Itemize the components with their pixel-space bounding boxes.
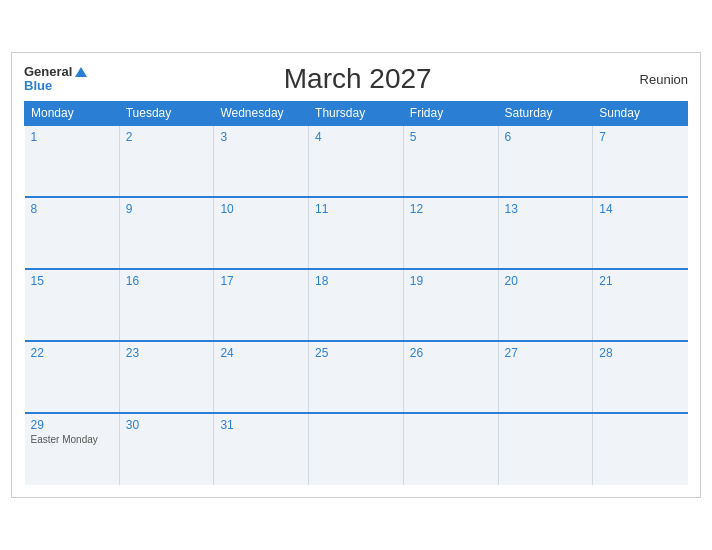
logo: General Blue [24, 65, 87, 94]
day-number: 24 [220, 346, 302, 360]
col-monday: Monday [25, 102, 120, 126]
day-number: 31 [220, 418, 302, 432]
day-cell: 8 [25, 197, 120, 269]
day-cell: 27 [498, 341, 593, 413]
day-cell: 1 [25, 125, 120, 197]
week-row-4: 22232425262728 [25, 341, 688, 413]
week-row-5: 29Easter Monday3031 [25, 413, 688, 485]
col-tuesday: Tuesday [119, 102, 214, 126]
day-number: 23 [126, 346, 208, 360]
day-number: 29 [31, 418, 113, 432]
col-wednesday: Wednesday [214, 102, 309, 126]
days-of-week-row: Monday Tuesday Wednesday Thursday Friday… [25, 102, 688, 126]
day-number: 26 [410, 346, 492, 360]
day-number: 2 [126, 130, 208, 144]
day-number: 30 [126, 418, 208, 432]
day-cell: 7 [593, 125, 688, 197]
day-cell: 22 [25, 341, 120, 413]
day-number: 15 [31, 274, 113, 288]
day-cell: 18 [309, 269, 404, 341]
day-number: 4 [315, 130, 397, 144]
day-number: 20 [505, 274, 587, 288]
day-cell [403, 413, 498, 485]
day-cell: 17 [214, 269, 309, 341]
day-cell [593, 413, 688, 485]
calendar-grid: Monday Tuesday Wednesday Thursday Friday… [24, 101, 688, 485]
day-number: 22 [31, 346, 113, 360]
week-row-3: 15161718192021 [25, 269, 688, 341]
day-number: 17 [220, 274, 302, 288]
day-cell: 10 [214, 197, 309, 269]
day-number: 14 [599, 202, 681, 216]
day-number: 18 [315, 274, 397, 288]
col-friday: Friday [403, 102, 498, 126]
day-cell: 19 [403, 269, 498, 341]
day-cell: 28 [593, 341, 688, 413]
day-number: 6 [505, 130, 587, 144]
day-cell: 12 [403, 197, 498, 269]
day-cell [498, 413, 593, 485]
day-number: 19 [410, 274, 492, 288]
day-cell: 11 [309, 197, 404, 269]
day-number: 12 [410, 202, 492, 216]
day-number: 25 [315, 346, 397, 360]
calendar-container: General Blue March 2027 Reunion Monday T… [11, 52, 701, 498]
calendar-header-row: Monday Tuesday Wednesday Thursday Friday… [25, 102, 688, 126]
day-cell: 4 [309, 125, 404, 197]
day-number: 3 [220, 130, 302, 144]
calendar-header: General Blue March 2027 Reunion [24, 63, 688, 95]
day-cell: 29Easter Monday [25, 413, 120, 485]
day-cell: 31 [214, 413, 309, 485]
col-sunday: Sunday [593, 102, 688, 126]
day-cell: 13 [498, 197, 593, 269]
logo-triangle-icon [75, 67, 87, 77]
day-number: 16 [126, 274, 208, 288]
day-cell: 16 [119, 269, 214, 341]
week-row-2: 891011121314 [25, 197, 688, 269]
day-cell: 26 [403, 341, 498, 413]
day-cell: 9 [119, 197, 214, 269]
day-number: 1 [31, 130, 113, 144]
day-cell: 25 [309, 341, 404, 413]
day-cell [309, 413, 404, 485]
week-row-1: 1234567 [25, 125, 688, 197]
day-number: 5 [410, 130, 492, 144]
day-number: 8 [31, 202, 113, 216]
day-cell: 2 [119, 125, 214, 197]
day-cell: 15 [25, 269, 120, 341]
day-number: 10 [220, 202, 302, 216]
day-cell: 30 [119, 413, 214, 485]
day-number: 13 [505, 202, 587, 216]
calendar-body: 1234567891011121314151617181920212223242… [25, 125, 688, 485]
day-number: 9 [126, 202, 208, 216]
calendar-title: March 2027 [87, 63, 628, 95]
day-number: 11 [315, 202, 397, 216]
col-thursday: Thursday [309, 102, 404, 126]
logo-blue-text: Blue [24, 79, 87, 93]
logo-general: General [24, 65, 87, 79]
day-cell: 5 [403, 125, 498, 197]
day-cell: 23 [119, 341, 214, 413]
logo-general-text: General [24, 64, 72, 79]
day-cell: 6 [498, 125, 593, 197]
day-event: Easter Monday [31, 434, 113, 445]
day-cell: 21 [593, 269, 688, 341]
day-cell: 20 [498, 269, 593, 341]
col-saturday: Saturday [498, 102, 593, 126]
region-label: Reunion [628, 72, 688, 87]
day-cell: 24 [214, 341, 309, 413]
day-number: 21 [599, 274, 681, 288]
day-number: 27 [505, 346, 587, 360]
day-cell: 3 [214, 125, 309, 197]
day-cell: 14 [593, 197, 688, 269]
day-number: 7 [599, 130, 681, 144]
day-number: 28 [599, 346, 681, 360]
